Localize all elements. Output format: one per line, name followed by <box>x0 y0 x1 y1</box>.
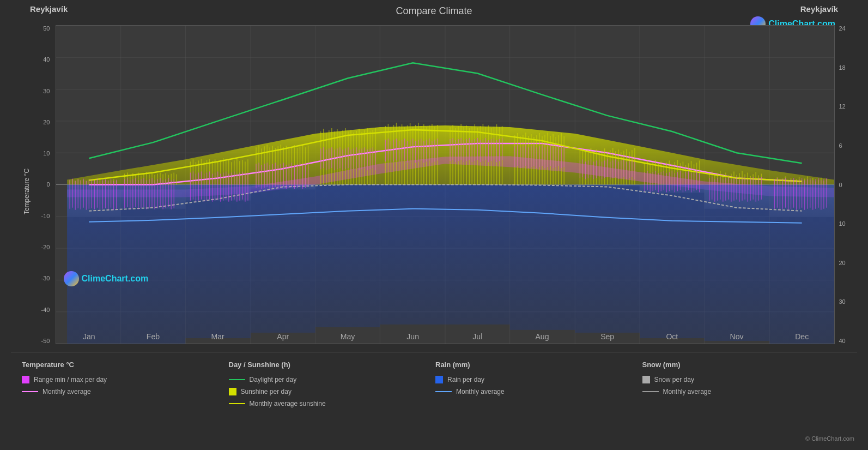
legend-col-temperature: Temperature °C Range min / max per day M… <box>22 361 226 445</box>
svg-rect-38 <box>445 185 510 325</box>
legend-area: Temperature °C Range min / max per day M… <box>11 352 857 447</box>
city-label-left: Reykjavík <box>30 4 68 14</box>
legend-item-rain-bar: Rain per day <box>435 376 640 383</box>
city-label-right: Reykjavík <box>800 4 838 14</box>
legend-item-sunshine-bar: Sunshine per day <box>229 388 433 395</box>
svg-text:Nov: Nov <box>730 332 743 341</box>
left-axis-label: Temperature °C <box>23 169 31 214</box>
copyright: © ClimeChart.com <box>805 435 854 442</box>
svg-rect-37 <box>380 185 445 325</box>
chart-title: Compare Climate <box>0 0 868 17</box>
svg-text:Dec: Dec <box>795 332 809 341</box>
svg-text:Apr: Apr <box>277 332 289 341</box>
sunshine-box-icon <box>229 388 236 395</box>
svg-rect-35 <box>251 185 315 333</box>
y-axis-left: 50 40 30 20 10 0 -10 -20 -30 -40 -50 <box>28 25 53 344</box>
svg-text:Oct: Oct <box>666 332 678 341</box>
rain-avg-line-icon <box>435 391 452 392</box>
svg-rect-34 <box>185 185 251 338</box>
legend-item-rain-avg: Monthly average <box>435 388 640 395</box>
svg-rect-36 <box>315 185 380 327</box>
legend-item-temp-range: Range min / max per day <box>22 376 226 383</box>
legend-item-sunshine-avg: Monthly average sunshine <box>229 400 433 407</box>
svg-text:Jul: Jul <box>472 332 482 341</box>
y-axis-right-top: 24 18 12 6 0 10 20 30 40 <box>836 25 864 344</box>
temp-avg-line-icon <box>22 391 38 392</box>
legend-item-snow-avg: Monthly average <box>642 388 847 395</box>
legend-col-title-sun: Day / Sunshine (h) <box>229 361 433 369</box>
chart-svg: Jan Feb Mar Apr May Jun Jul Aug Sep Oct … <box>56 26 834 344</box>
svg-rect-39 <box>509 185 575 330</box>
legend-item-temp-avg: Monthly average <box>22 388 226 395</box>
chart-area: Jan Feb Mar Apr May Jun Jul Aug Sep Oct … <box>56 25 835 344</box>
snow-avg-line-icon <box>642 391 659 392</box>
legend-col-sunshine: Day / Sunshine (h) Daylight per day Suns… <box>229 361 433 445</box>
svg-rect-41 <box>640 185 705 338</box>
svg-text:Jun: Jun <box>406 332 419 341</box>
chart-wrapper: 50 40 30 20 10 0 -10 -20 -30 -40 -50 24 … <box>26 22 865 361</box>
legend-col-snow: Snow (mm) Snow per day Monthly average <box>642 361 847 445</box>
svg-text:May: May <box>340 332 355 341</box>
legend-col-title-snow: Snow (mm) <box>642 361 847 369</box>
daylight-line-icon <box>229 379 245 380</box>
legend-col-title-temp: Temperature °C <box>22 361 226 369</box>
logo-text-bottom: ClimeChart.com <box>82 274 149 284</box>
snow-box-icon <box>642 376 650 383</box>
svg-text:Sep: Sep <box>600 332 614 341</box>
svg-rect-42 <box>704 185 769 341</box>
svg-text:Aug: Aug <box>535 332 549 341</box>
svg-rect-40 <box>575 185 640 333</box>
temp-range-icon <box>22 376 29 383</box>
svg-text:Jan: Jan <box>82 332 95 341</box>
legend-item-daylight: Daylight per day <box>229 376 433 383</box>
legend-col-rain: Rain (mm) Rain per day Monthly average <box>435 361 640 445</box>
svg-text:Mar: Mar <box>211 332 224 341</box>
rain-box-icon <box>435 376 443 383</box>
logo-icon-bottom <box>64 271 79 286</box>
svg-text:Feb: Feb <box>146 332 159 341</box>
sunshine-avg-line-icon <box>229 403 245 404</box>
legend-col-title-rain: Rain (mm) <box>435 361 640 369</box>
legend-item-snow-bar: Snow per day <box>642 376 847 383</box>
svg-rect-43 <box>769 185 834 344</box>
main-container: Compare Climate Reykjavík Reykjavík Clim… <box>0 0 868 450</box>
